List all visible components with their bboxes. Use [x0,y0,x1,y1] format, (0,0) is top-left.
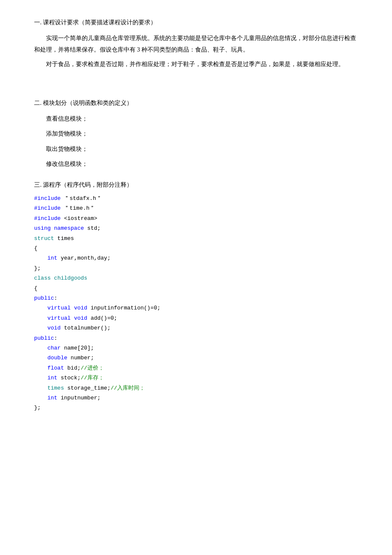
section-3-title: 三. 源程序（程序代码，附部分注释） [34,179,358,190]
code-line-18: float bid;//进价； [34,363,358,373]
code-line-17: double number; [34,353,358,363]
code-line-8: }; [34,263,358,273]
section-1-paragraph-2: 对于食品，要求检查是否过期，并作相应处理；对于鞋子，要求检查是否是过季产品，如果… [34,59,358,70]
code-line-2: #include ＂time.h＂ [34,203,358,213]
code-line-14: void totalnumber(); [34,323,358,333]
code-line-1: #include ＂stdafx.h＂ [34,194,358,203]
code-line-5: struct times [34,234,358,243]
section-1: 一. 课程设计要求（简要描述课程设计的要求） 实现一个简单的儿童商品仓库管理系统… [34,17,358,70]
section-1-paragraph-1: 实现一个简单的儿童商品仓库管理系统。系统的主要功能是登记仓库中各个儿童用品的信息… [34,33,358,55]
code-line-10: { [34,283,358,293]
module-item-2: 添加货物模块； [46,128,358,139]
section-2: 二. 模块划分（说明函数和类的定义） 查看信息模块； 添加货物模块； 取出货物模… [34,98,358,169]
module-item-3: 取出货物模块； [46,144,358,154]
module-item-4: 修改信息模块； [46,159,358,169]
module-item-1: 查看信息模块； [46,113,358,124]
section-1-title: 一. 课程设计要求（简要描述课程设计的要求） [34,17,358,28]
code-line-21: int inputnumber; [34,393,358,403]
code-line-15: public: [34,333,358,343]
code-line-11: public: [34,293,358,303]
section-2-title: 二. 模块划分（说明函数和类的定义） [34,98,358,108]
spacer-1 [34,81,358,98]
code-line-13: virtual void add()=0; [34,313,358,323]
code-line-12: virtual void inputinformation()=0; [34,303,358,313]
code-line-4: using namespace std; [34,223,358,233]
code-block: #include ＂stdafx.h＂ #include ＂time.h＂ #i… [34,194,358,413]
code-line-6: { [34,243,358,253]
code-line-7: int year,month,day; [34,253,358,263]
code-line-19: int stock;//库存； [34,373,358,383]
code-line-3: #include <iostream> [34,214,358,223]
code-line-16: char name[20]; [34,343,358,353]
section-3: 三. 源程序（程序代码，附部分注释） #include ＂stdafx.h＂ #… [34,179,358,413]
modules-list: 查看信息模块； 添加货物模块； 取出货物模块； 修改信息模块； [46,113,358,169]
code-line-9: class childgoods [34,273,358,283]
code-line-20: times storage_time;//入库时间； [34,383,358,393]
code-line-23: }; [34,403,358,413]
